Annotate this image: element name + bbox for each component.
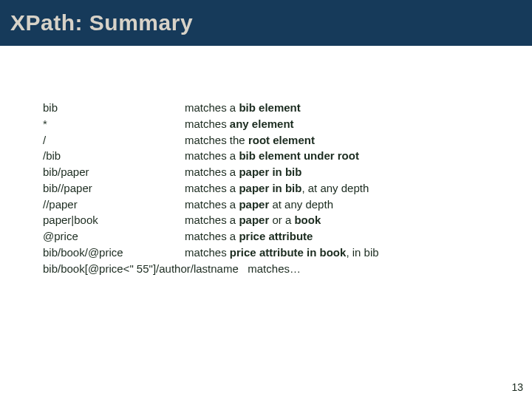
title-bar: XPath: Summary [0,0,532,46]
table-row: //paper matches a paper at any depth [43,197,501,213]
xpath-description: matches a paper or a book [185,212,321,228]
xpath-pattern: bib/book/@price [43,245,185,261]
xpath-pattern: bib//paper [43,180,185,197]
xpath-description: matches a paper at any depth [185,197,333,213]
xpath-description: matches a bib element [185,100,301,116]
xpath-pattern: bib/paper [43,164,185,180]
xpath-description: matches the root element [185,132,315,149]
xpath-pattern: * [43,116,185,132]
content-body: bib matches a bib element * matches any … [43,100,501,276]
slide: XPath: Summary bib matches a bib element… [0,0,532,399]
page-number: 13 [511,381,523,393]
table-row: * matches any element [43,116,501,132]
xpath-pattern: //paper [43,197,185,213]
table-row: bib/paper matches a paper in bib [43,164,501,180]
xpath-pattern: / [43,132,185,149]
xpath-description: matches a bib element under root [185,148,359,164]
xpath-pattern: /bib [43,148,185,164]
xpath-pattern: bib [43,100,185,116]
xpath-description: matches any element [185,116,294,132]
table-row: @price matches a price attribute [43,228,501,245]
table-row: bib//paper matches a paper in bib, at an… [43,180,501,197]
table-row: bib matches a bib element [43,100,501,116]
table-row: bib/book/@price matches price attribute … [43,245,501,261]
table-row: /bib matches a bib element under root [43,148,501,164]
xpath-pattern: paper|book [43,212,185,228]
xpath-description: matches a paper in bib [185,164,301,180]
table-row: paper|book matches a paper or a book [43,212,501,228]
xpath-description: matches a paper in bib, at any depth [185,180,369,197]
xpath-pattern: @price [43,228,185,245]
xpath-description: matches price attribute in book, in bib [185,245,379,261]
xpath-description: matches a price attribute [185,228,313,245]
slide-title: XPath: Summary [10,10,193,35]
table-row: / matches the root element [43,132,501,149]
table-row-last: bib/book[@price<" 55"]/author/lastname m… [43,261,501,277]
